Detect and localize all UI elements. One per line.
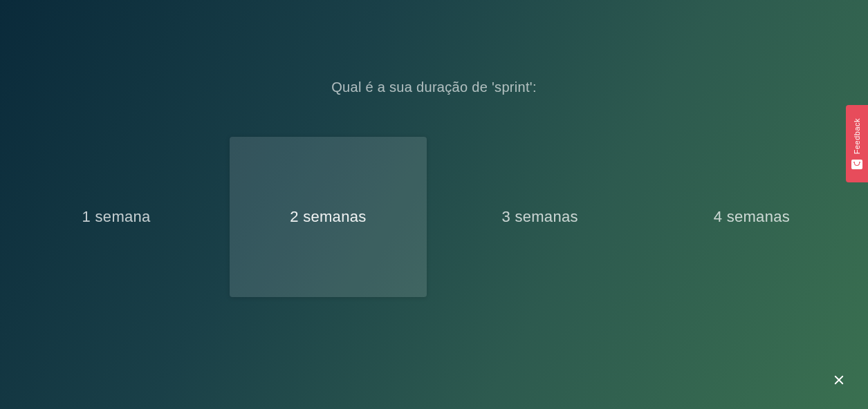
- option-label: 4 semanas: [714, 208, 790, 226]
- option-label: 2 semanas: [290, 208, 366, 226]
- option-2-weeks[interactable]: 2 semanas: [230, 137, 427, 297]
- option-label: 3 semanas: [501, 208, 578, 226]
- close-icon: [833, 374, 845, 386]
- option-1-week[interactable]: 1 semana: [18, 137, 215, 297]
- close-button[interactable]: [831, 372, 847, 388]
- question-title: Qual é a sua duração de 'sprint':: [331, 79, 537, 95]
- feedback-tab[interactable]: Feedback: [846, 105, 868, 182]
- options-container: 1 semana 2 semanas 3 semanas 4 semanas: [0, 137, 868, 297]
- option-4-weeks[interactable]: 4 semanas: [653, 137, 850, 297]
- smiley-icon: [851, 160, 862, 169]
- sprint-duration-dialog: Qual é a sua duração de 'sprint': 1 sema…: [0, 0, 868, 409]
- option-label: 1 semana: [82, 208, 151, 226]
- option-3-weeks[interactable]: 3 semanas: [441, 137, 638, 297]
- feedback-label: Feedback: [853, 118, 861, 154]
